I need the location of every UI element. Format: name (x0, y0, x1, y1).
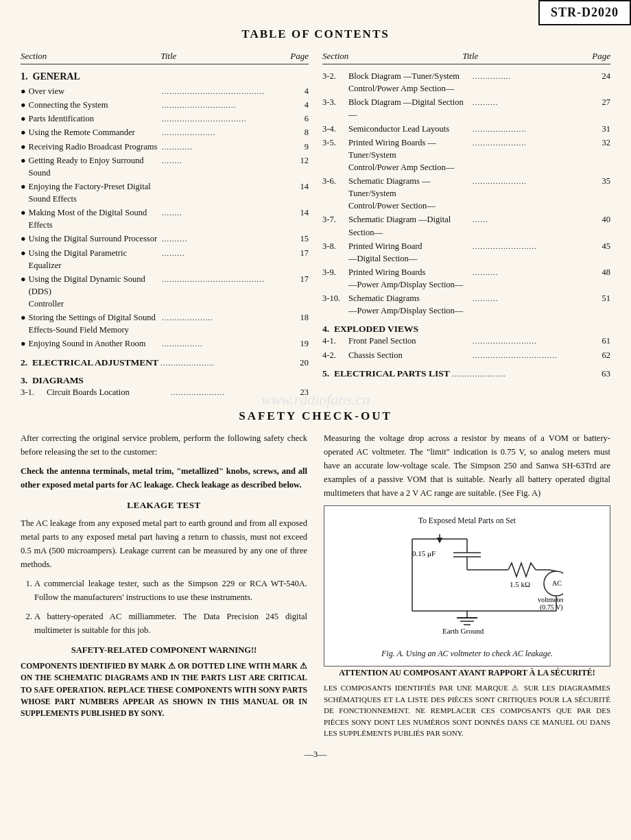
svg-text:AC: AC (552, 579, 562, 587)
svg-text:Earth Ground: Earth Ground (442, 627, 484, 635)
toc-header-page: Page (290, 51, 309, 62)
safety-bold-check: Check the antenna terminals, metal trim,… (21, 464, 307, 492)
leakage-method-1: A commercial leakage tester, such as the… (34, 577, 307, 604)
warning-title: SAFETY-RELATED COMPONENT WARNING!! (21, 644, 307, 657)
toc-left-header: Section Title Page (21, 51, 309, 64)
toc-item-schematic-digital: 3-7. Schematic Diagram —Digital Section—… (322, 213, 610, 238)
leakage-text: The AC leakage from any exposed metal pa… (21, 516, 307, 571)
safety-right-intro: Measuring the voltage drop across a resi… (324, 431, 610, 500)
toc-item: ● Storing the Settings of Digital SoundE… (21, 311, 309, 336)
toc-right-header-title: Title (348, 51, 592, 62)
section-5-heading: 5. ELECTRICAL PARTS LIST (322, 368, 450, 379)
toc-item-block-digital: 3-3. Block Diagram —Digital Section— ...… (322, 96, 610, 121)
toc-header-section: Section (21, 51, 47, 62)
section-3-heading: 3. DIAGRAMS (21, 375, 309, 386)
toc-item-chassis: 4-2. Chassis Section ...................… (322, 349, 610, 361)
section-1-heading: 1. GENERAL (21, 71, 309, 82)
toc-item-remote-commander: ● Using the Remote Commander ...........… (21, 126, 309, 139)
toc-item-schematic-power: 3-10. Schematic Diagrams—Power Amp/Displ… (322, 292, 610, 317)
safety-section: After correcting the original service pr… (21, 431, 610, 739)
svg-text:(0.75 V): (0.75 V) (540, 603, 563, 612)
toc-right-col: Section Title Page 3-2. Block Diagram —T… (322, 51, 610, 400)
toc-item-schematic-tuner: 3-6. Schematic Diagrams —Tuner/SystemCon… (322, 175, 610, 212)
toc-item-digital-sound-effects: ● Making Most of the Digital Sound Effec… (21, 206, 309, 231)
toc-item-printed-wiring-tuner: 3-5. Printed Wiring Boards —Tuner/System… (322, 136, 610, 173)
toc-item-parametric-eq: ● Using the Digital Parametric Equalizer… (21, 247, 309, 272)
french-warning-text: LES COMPOSANTS IDENTIFIÉS PAR UNE MARQUE… (324, 682, 610, 739)
svg-text:1.5 kΩ: 1.5 kΩ (510, 580, 530, 588)
svg-text:0.15 μF: 0.15 μF (412, 549, 436, 557)
toc-item-front-panel: 4-1. Front Panel Section ...............… (322, 335, 610, 347)
page-title: TABLE OF CONTENTS (21, 27, 610, 41)
toc-header-title: Title (47, 51, 290, 62)
section-5-row: 5. ELECTRICAL PARTS LIST ...............… (322, 368, 610, 379)
toc-item-parts-identification: ● Parts Identification .................… (21, 112, 309, 125)
toc-item-circuit-boards: 3-1. Circuit Boards Location ...........… (21, 386, 309, 398)
circuit-svg: 0.15 μF 1.5 kΩ AC voltmeter (371, 532, 563, 642)
leakage-methods: A commercial leakage tester, such as the… (21, 577, 307, 637)
safety-intro: After correcting the original service pr… (21, 431, 307, 459)
toc-item-surround-processor: ● Using the Digital Surround Processor .… (21, 232, 309, 245)
page-number: —3— (21, 749, 610, 760)
toc-item: ● Using the Digital Dynamic Sound (DDS)C… (21, 273, 309, 310)
toc-item: ● Enjoying Sound in Another Room .......… (21, 337, 309, 350)
diagram-title: To Exposed Metal Parts on Set (330, 514, 604, 527)
toc-item: ● Enjoying the Factory-Preset Digital So… (21, 180, 309, 205)
warning-text: COMPONENTS IDENTIFIED BY MARK ⚠ OR DOTTE… (21, 660, 307, 719)
toc-item-printed-wiring-digital: 3-8. Printed Wiring Board—Digital Sectio… (322, 240, 610, 265)
model-badge: STR-D2020 (538, 0, 631, 25)
leakage-method-2: A battery-operated AC milliammeter. The … (34, 610, 307, 637)
toc-item: ● Over view ............................… (21, 85, 309, 97)
safety-warning-block: SAFETY-RELATED COMPONENT WARNING!! COMPO… (21, 644, 307, 719)
toc-item-block-tuner: 3-2. Block Diagram —Tuner/SystemControl/… (322, 70, 610, 95)
toc-right-header-section: Section (322, 51, 348, 62)
section-2-heading: 2. ELECTRICAL ADJUSTMENT (21, 357, 158, 368)
toc-item: ● Receiving Radio Broadcast Programs ...… (21, 141, 309, 153)
toc-left-col: Section Title Page 1. GENERAL ● Over vie… (21, 51, 309, 400)
toc-item: ● Getting Ready to Enjoy Surround Sound … (21, 154, 309, 179)
toc-right-header: Section Title Page (322, 51, 610, 64)
safety-left-col: After correcting the original service pr… (21, 431, 307, 739)
french-warning: ATTENTION AU COMPOSANT AYANT RAPPORT À L… (324, 667, 610, 739)
toc-right-header-page: Page (592, 51, 610, 62)
french-warning-title: ATTENTION AU COMPOSANT AYANT RAPPORT À L… (324, 667, 610, 679)
safety-title: SAFETY CHECK-OUT (21, 409, 610, 423)
toc-item-printed-wiring-power: 3-9. Printed Wiring Boards—Power Amp/Dis… (322, 266, 610, 291)
section-4-heading: 4. EXPLODED VIEWS (322, 324, 610, 335)
diagram-caption: Fig. A. Using an AC voltmeter to check A… (330, 647, 604, 660)
circuit-diagram: To Exposed Metal Parts on Set 0.15 μF 1 (324, 505, 610, 667)
leakage-test-heading: LEAKAGE TEST (21, 499, 307, 513)
toc-item: ● Connecting the System ................… (21, 99, 309, 111)
toc-item-semiconductor: 3-4. Semiconductor Lead Layouts ........… (322, 123, 610, 135)
safety-right-col: Measuring the voltage drop across a resi… (324, 431, 610, 739)
svg-text:voltmeter: voltmeter (538, 596, 563, 603)
svg-line-10 (549, 570, 556, 571)
page-wrapper: STR-D2020 TABLE OF CONTENTS Section Titl… (0, 0, 631, 840)
toc-section: Section Title Page 1. GENERAL ● Over vie… (21, 51, 610, 400)
section-2-row: 2. ELECTRICAL ADJUSTMENT ...............… (21, 357, 309, 368)
